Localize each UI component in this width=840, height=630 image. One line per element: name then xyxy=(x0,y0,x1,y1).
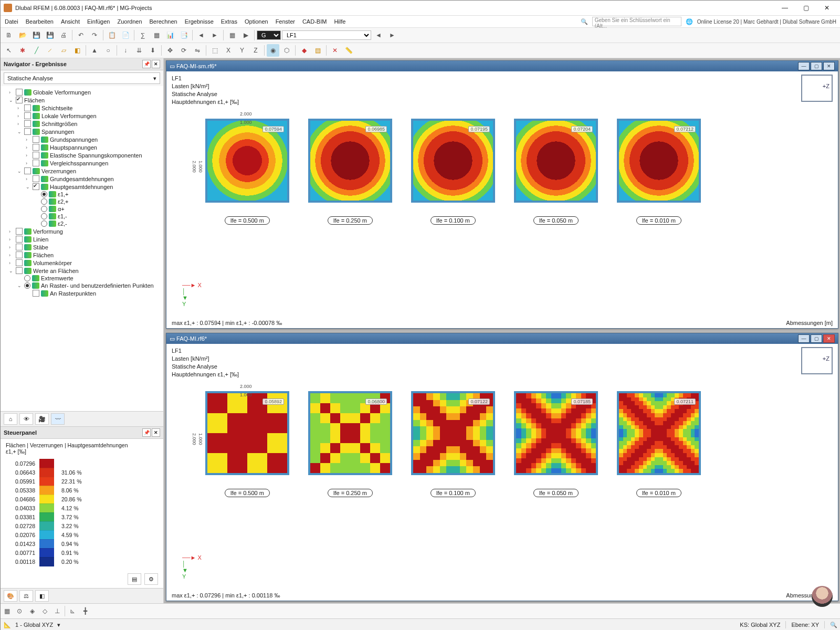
solid-icon[interactable]: ◧ xyxy=(71,44,83,57)
keyword-search[interactable]: Geben Sie ein Schlüsselwort ein (Alt... xyxy=(592,17,681,26)
menu-zuordnen[interactable]: Zuordnen xyxy=(117,18,142,25)
chart-icon[interactable]: 📊 xyxy=(164,29,176,41)
view-a-close[interactable]: ✕ xyxy=(823,62,835,70)
cs-icon[interactable]: 📐 xyxy=(4,622,11,628)
view-iso-icon[interactable]: ⬚ xyxy=(208,44,221,57)
tab-results-icon[interactable]: 〰 xyxy=(51,413,65,425)
lc-prev-icon[interactable]: ◄ xyxy=(372,29,385,41)
open-icon[interactable]: 📂 xyxy=(16,29,29,41)
save-all-icon[interactable]: 💾 xyxy=(44,29,56,41)
view-z-icon[interactable]: Z xyxy=(249,44,262,57)
snap-mid-icon[interactable]: ◈ xyxy=(26,605,38,617)
print-icon[interactable]: 🖨 xyxy=(57,29,70,41)
view-y-icon[interactable]: Y xyxy=(236,44,248,57)
view-x-icon[interactable]: X xyxy=(222,44,235,57)
tree-schicht[interactable]: Schichtseite xyxy=(41,105,72,111)
radio-e2p[interactable] xyxy=(41,198,47,205)
menu-datei[interactable]: Datei xyxy=(5,18,18,25)
tree-grundges[interactable]: Grundgesamtdehnungen xyxy=(50,176,114,182)
next-icon[interactable]: ► xyxy=(208,29,221,41)
panel-pin-icon[interactable]: 📌 xyxy=(142,60,151,68)
results-on-icon[interactable]: ◆ xyxy=(298,44,310,57)
tree-flaechen[interactable]: Flächen xyxy=(24,97,45,103)
tree-hauptges[interactable]: Hauptgesamtdehnungen xyxy=(50,184,113,190)
run-icon[interactable]: ▶ xyxy=(239,29,252,41)
radio-ap[interactable] xyxy=(41,206,47,212)
copy-icon[interactable]: 📋 xyxy=(106,29,118,41)
save-icon[interactable]: 💾 xyxy=(30,29,43,41)
render-solid-icon[interactable]: ◉ xyxy=(267,44,279,57)
delete-icon[interactable]: ✕ xyxy=(329,44,341,57)
load-area-icon[interactable]: ⬇ xyxy=(146,44,159,57)
menu-einfuegen[interactable]: Einfügen xyxy=(87,18,110,25)
view-b-close[interactable]: ✕ xyxy=(823,334,835,343)
lc-type-combo[interactable]: G xyxy=(257,30,281,40)
new-icon[interactable]: 🗎 xyxy=(3,29,15,41)
cp-tab3-icon[interactable]: ◧ xyxy=(35,590,49,602)
guide-icon[interactable]: ╋ xyxy=(79,605,91,617)
line-icon[interactable]: ╱ xyxy=(30,44,43,57)
maximize-button[interactable]: ▢ xyxy=(795,2,816,14)
undo-icon[interactable]: ↶ xyxy=(75,29,87,41)
panel-close-icon[interactable]: ✕ xyxy=(152,60,160,68)
tab-data-icon[interactable]: ⌂ xyxy=(4,413,17,425)
tree-verformung[interactable]: Verformung xyxy=(33,228,63,235)
radio-extrem[interactable] xyxy=(24,275,30,281)
assistant-avatar[interactable] xyxy=(812,586,833,607)
lc-next-icon[interactable]: ► xyxy=(386,29,398,41)
report-icon[interactable]: 📑 xyxy=(177,29,190,41)
view-a-min[interactable]: — xyxy=(798,62,810,70)
node-icon[interactable]: ✱ xyxy=(16,44,29,57)
tree-elast[interactable]: Elastische Spannungskomponenten xyxy=(50,152,142,159)
cp-pin-icon[interactable]: 📌 xyxy=(142,428,151,437)
radio-e1m[interactable] xyxy=(41,213,47,219)
member-icon[interactable]: ⟋ xyxy=(44,44,56,57)
menu-ergebnisse[interactable]: Ergebnisse xyxy=(185,18,214,25)
snap-end-icon[interactable]: ◇ xyxy=(38,605,51,617)
tree-lokale[interactable]: Lokale Verformungen xyxy=(41,113,97,119)
cp-tab1-icon[interactable]: 🎨 xyxy=(4,590,17,602)
tree-spannungen[interactable]: Spannungen xyxy=(41,129,74,135)
move-icon[interactable]: ✥ xyxy=(164,44,176,57)
tree-werte[interactable]: Werte an Flächen xyxy=(33,268,79,274)
result-tree[interactable]: ›Globale Verformungen ⌄Flächen ›Schichts… xyxy=(1,86,163,411)
close-button[interactable]: ✕ xyxy=(816,2,837,14)
tree-schnitt[interactable]: Schnittgrößen xyxy=(41,121,77,127)
loadcase-combo[interactable]: LF1 xyxy=(282,30,371,40)
calc-icon[interactable]: ∑ xyxy=(136,29,149,41)
view-cube-a[interactable] xyxy=(801,75,833,102)
cursor-icon[interactable]: ↖ xyxy=(3,44,15,57)
tree-vergl[interactable]: Vergleichsspannungen xyxy=(50,160,108,166)
cp-tab2-icon[interactable]: ⚖ xyxy=(19,590,33,602)
load-line-icon[interactable]: ⇊ xyxy=(133,44,145,57)
tree-verzerr[interactable]: Verzerrungen xyxy=(41,168,76,174)
mirror-icon[interactable]: ⇋ xyxy=(191,44,204,57)
ortho-icon[interactable]: ⊾ xyxy=(66,605,79,617)
measure-icon[interactable]: 📏 xyxy=(342,44,355,57)
menu-extras[interactable]: Extras xyxy=(221,18,237,25)
tab-display-icon[interactable]: 👁 xyxy=(19,413,33,425)
legend-settings-icon[interactable]: ⚙ xyxy=(144,573,158,585)
cp-close-icon[interactable]: ✕ xyxy=(152,428,160,437)
menu-cad-bim[interactable]: CAD-BIM xyxy=(302,18,327,25)
hinge-icon[interactable]: ○ xyxy=(102,44,114,57)
tree-flaechen2[interactable]: Flächen xyxy=(33,252,54,258)
rotate-icon[interactable]: ⟳ xyxy=(177,44,190,57)
load-node-icon[interactable]: ↓ xyxy=(119,44,132,57)
snap-node-icon[interactable]: ⊙ xyxy=(13,605,26,617)
analysis-type-combo[interactable]: Statische Analyse▾ xyxy=(4,72,160,84)
radio-e1p[interactable] xyxy=(41,191,47,197)
table-icon[interactable]: ▦ xyxy=(150,29,163,41)
view-b-max[interactable]: ▢ xyxy=(811,334,822,343)
snap-perp-icon[interactable]: ⊥ xyxy=(51,605,64,617)
menu-optionen[interactable]: Optionen xyxy=(245,18,268,25)
tab-video-icon[interactable]: 🎥 xyxy=(35,413,49,425)
snap-grid-icon[interactable]: ▦ xyxy=(1,605,13,617)
menu-bearbeiten[interactable]: Bearbeiten xyxy=(26,18,54,25)
menu-fenster[interactable]: Fenster xyxy=(276,18,295,25)
surface-icon[interactable]: ▱ xyxy=(57,44,70,57)
render-wire-icon[interactable]: ⬡ xyxy=(280,44,293,57)
tree-globale[interactable]: Globale Verformungen xyxy=(33,89,91,96)
legend-edit-icon[interactable]: ▤ xyxy=(128,573,141,585)
support-icon[interactable]: ▲ xyxy=(88,44,101,57)
